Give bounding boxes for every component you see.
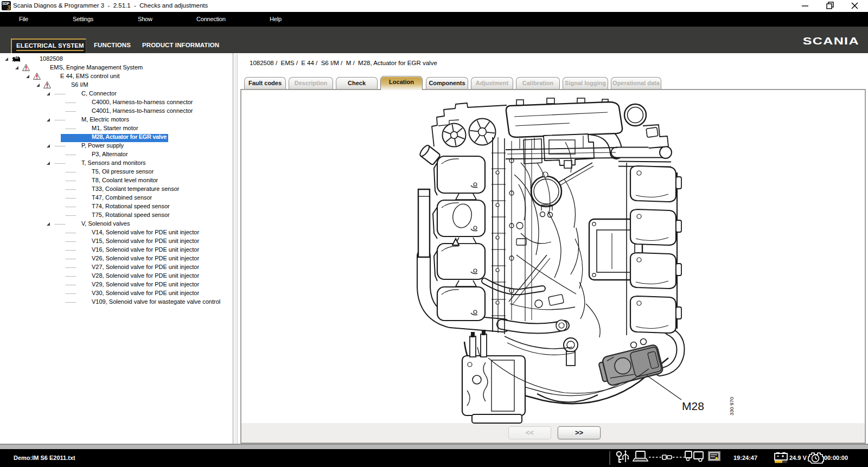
svg-text:M28: M28 xyxy=(682,400,704,412)
svg-text:330 970: 330 970 xyxy=(729,397,735,415)
